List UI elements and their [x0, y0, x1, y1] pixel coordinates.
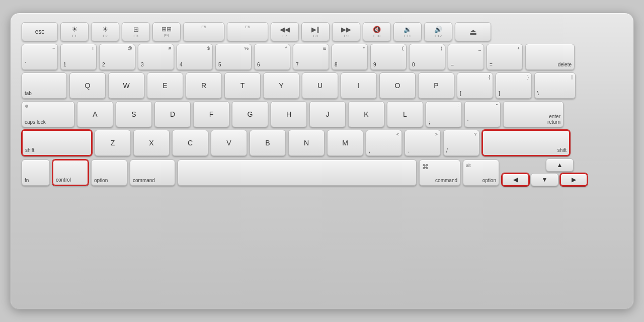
key-y[interactable]: Y [263, 72, 299, 99]
key-z[interactable]: Z [95, 130, 131, 156]
key-3[interactable]: # 3 [138, 44, 174, 70]
key-6[interactable]: ^ 6 [254, 44, 290, 70]
key-r[interactable]: R [186, 72, 222, 99]
key-arrow-down[interactable]: ▼ [531, 173, 558, 186]
key-option-right[interactable]: alt option [463, 159, 499, 186]
key-t[interactable]: T [224, 72, 261, 99]
key-command-right[interactable]: ⌘ command [419, 159, 460, 186]
key-q[interactable]: Q [69, 72, 106, 99]
key-rightbracket[interactable]: } ] [496, 72, 532, 99]
key-backtick[interactable]: ~ ` [22, 44, 58, 70]
key-f5[interactable]: F5 [183, 22, 224, 41]
key-period[interactable]: > . [405, 130, 441, 156]
key-f12[interactable]: 🔊 F12 [424, 22, 452, 41]
key-f[interactable]: F [193, 101, 229, 127]
key-p[interactable]: P [418, 72, 454, 99]
key-c[interactable]: C [172, 130, 208, 156]
key-v[interactable]: V [211, 130, 247, 156]
key-l[interactable]: L [387, 101, 423, 127]
key-e[interactable]: E [147, 72, 183, 99]
keyboard: esc ☀ F1 ☀ F2 ⊞ F3 ⊞⊞ F4 [10, 13, 634, 309]
key-f1[interactable]: ☀ F1 [60, 22, 89, 41]
key-option-left[interactable]: option [91, 159, 127, 186]
key-slash[interactable]: ? / [443, 130, 479, 156]
key-s[interactable]: S [116, 101, 152, 127]
key-g[interactable]: G [232, 101, 268, 127]
arrow-cluster: ▲ ◀ ▼ ▶ [502, 158, 588, 186]
key-f11[interactable]: 🔉 F11 [393, 22, 422, 41]
key-quote[interactable]: " ' [464, 101, 501, 127]
key-h[interactable]: H [271, 101, 307, 127]
key-arrow-left[interactable]: ◀ [502, 173, 529, 186]
asdf-row: caps lock A S D F G H J K L : ; " ' ente… [22, 101, 622, 127]
key-o[interactable]: O [379, 72, 416, 99]
key-9[interactable]: ( 9 [370, 44, 407, 70]
key-capslock[interactable]: caps lock [22, 101, 74, 127]
number-row: ~ ` ! 1 @ 2 # 3 $ 4 % 5 ^ 6 & 7 [22, 44, 622, 70]
key-m[interactable]: M [327, 130, 363, 156]
key-x[interactable]: X [133, 130, 170, 156]
key-i[interactable]: I [341, 72, 377, 99]
key-w[interactable]: W [108, 72, 144, 99]
key-shift-left[interactable]: shift [22, 130, 92, 156]
key-0[interactable]: ) 0 [409, 44, 445, 70]
key-arrow-right[interactable]: ▶ [560, 173, 588, 186]
bottom-row: fn control option command ⌘ command alt … [22, 158, 622, 186]
key-5[interactable]: % 5 [215, 44, 252, 70]
key-minus[interactable]: _ – [448, 44, 484, 70]
key-enter[interactable]: enter return [503, 101, 564, 127]
key-b[interactable]: B [250, 130, 286, 156]
key-tab[interactable]: tab [22, 72, 67, 99]
key-u[interactable]: U [302, 72, 338, 99]
qwerty-row: tab Q W E R T Y U I O P { [ } ] | \ [22, 72, 622, 99]
key-backslash[interactable]: | \ [534, 72, 576, 99]
key-n[interactable]: N [288, 130, 325, 156]
key-f8[interactable]: ▶‖ F8 [301, 22, 330, 41]
key-esc[interactable]: esc [22, 22, 58, 41]
key-fn[interactable]: fn [22, 159, 50, 186]
zxcv-row: shift Z X C V B N M < , > . ? / shift [22, 130, 622, 156]
key-f9[interactable]: ▶▶ F9 [332, 22, 360, 41]
key-4[interactable]: $ 4 [177, 44, 213, 70]
key-1[interactable]: ! 1 [60, 44, 97, 70]
key-8[interactable]: * 8 [332, 44, 368, 70]
key-7[interactable]: & 7 [293, 44, 329, 70]
key-arrow-up[interactable]: ▲ [546, 158, 574, 172]
key-equals[interactable]: + = [487, 44, 523, 70]
key-command-left[interactable]: command [130, 159, 175, 186]
key-f10[interactable]: 🔇 F10 [363, 22, 391, 41]
key-k[interactable]: K [348, 101, 384, 127]
key-delete[interactable]: delete [525, 44, 575, 70]
key-leftbracket[interactable]: { [ [457, 72, 493, 99]
key-shift-right[interactable]: shift [482, 130, 570, 156]
key-semicolon[interactable]: : ; [426, 101, 462, 127]
key-f3[interactable]: ⊞ F3 [122, 22, 150, 41]
key-d[interactable]: D [154, 101, 191, 127]
key-comma[interactable]: < , [366, 130, 402, 156]
key-a[interactable]: A [77, 101, 113, 127]
key-f2[interactable]: ☀ F2 [91, 22, 119, 41]
key-control[interactable]: control [52, 159, 89, 186]
key-2[interactable]: @ 2 [99, 44, 135, 70]
key-j[interactable]: J [309, 101, 346, 127]
key-f7[interactable]: ◀◀ F7 [271, 22, 299, 41]
key-eject[interactable]: ⏏ [455, 22, 491, 41]
function-row: esc ☀ F1 ☀ F2 ⊞ F3 ⊞⊞ F4 [22, 22, 622, 41]
key-spacebar[interactable] [178, 159, 417, 186]
key-f4[interactable]: ⊞⊞ F4 [152, 22, 181, 41]
key-f6[interactable]: F6 [227, 22, 268, 41]
